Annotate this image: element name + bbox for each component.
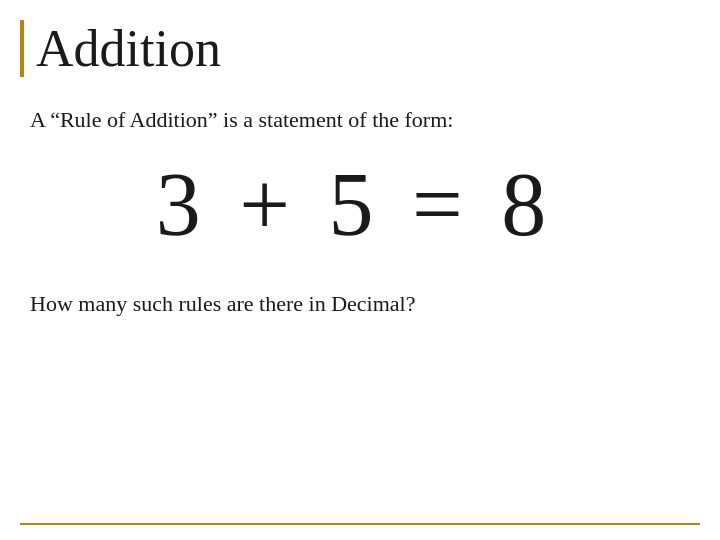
subtitle-text: A “Rule of Addition” is a statement of t…: [30, 107, 690, 133]
page-title: Addition: [36, 20, 690, 77]
equation-display: 3 + 5 = 8: [156, 155, 555, 254]
question-text: How many such rules are there in Decimal…: [30, 291, 690, 317]
title-section: Addition: [20, 20, 690, 77]
equation-container: 3 + 5 = 8: [20, 153, 690, 256]
bottom-border-line: [20, 523, 700, 525]
page-container: Addition A “Rule of Addition” is a state…: [0, 0, 720, 540]
